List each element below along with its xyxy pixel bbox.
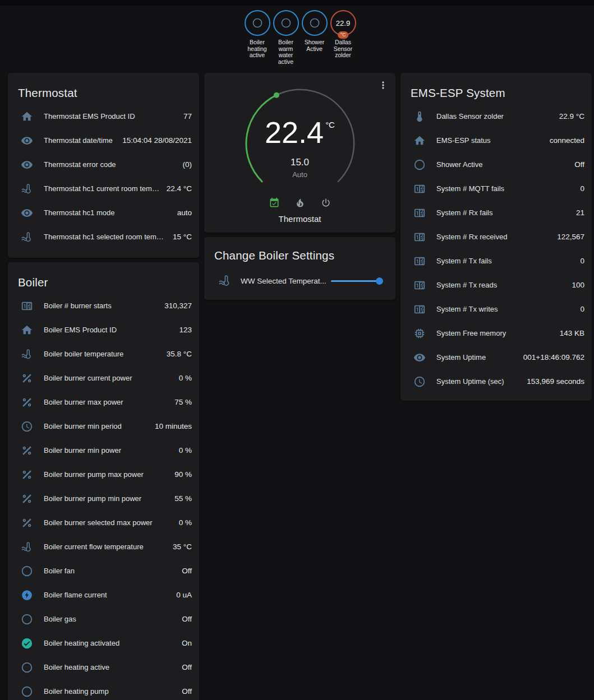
ww-temperature-slider[interactable]: [331, 277, 383, 285]
circle-icon: [20, 613, 34, 626]
entity-row[interactable]: Thermostat date/time15:04:04 28/08/2021: [8, 128, 199, 152]
badge-row: Boiler heating activeBoiler warm water a…: [243, 10, 357, 65]
circle-icon: [413, 158, 426, 171]
entity-label: Shower Active: [436, 160, 574, 169]
entity-row[interactable]: Boiler burner pump max power90 %: [8, 462, 199, 486]
entity-label: System # Rx received: [436, 233, 557, 241]
home-icon: [413, 134, 426, 147]
entity-label: System Uptime: [436, 353, 523, 361]
entity-row[interactable]: System Uptime (sec)153,969 seconds: [400, 369, 592, 393]
gauge-handle[interactable]: [273, 92, 279, 98]
entity-value: 15 °C: [173, 233, 192, 241]
entity-label: Boiler burner selected max power: [44, 518, 179, 527]
entity-row[interactable]: System # Rx received122,567: [400, 225, 592, 249]
flash-circle-icon: [20, 588, 34, 602]
entity-row[interactable]: Thermostat hc1 modeauto: [8, 201, 199, 225]
entity-row[interactable]: Boiler # burner starts310,327: [8, 294, 199, 318]
entity-row[interactable]: Boiler fanOff: [8, 559, 199, 583]
entity-label: Dallas Sensor zolder: [436, 112, 559, 120]
entity-row[interactable]: Thermostat hc1 selected room temper...15…: [8, 225, 199, 249]
entity-row[interactable]: System # Tx fails0: [400, 249, 592, 273]
entity-value: 90 %: [174, 470, 192, 479]
entity-label: System # Tx fails: [436, 257, 580, 265]
more-options-icon[interactable]: [376, 78, 390, 92]
power-off-icon[interactable]: [320, 197, 331, 208]
home-icon: [20, 323, 34, 337]
ww-temperature-row: WW Selected Temperat...: [204, 272, 395, 290]
entity-row[interactable]: System # Rx fails21: [400, 201, 592, 225]
entity-row[interactable]: System # MQTT fails0: [400, 177, 592, 201]
circle-icon: [20, 661, 34, 674]
entity-value: 35.8 °C: [167, 350, 192, 358]
entity-label: Thermostat date/time: [44, 136, 122, 145]
entity-label: Boiler burner max power: [44, 398, 174, 406]
entity-value: 21: [576, 208, 584, 217]
badge-dallas-sensor-zolder[interactable]: 22.9°CDallas Sensor zolder: [329, 10, 357, 59]
entity-value: 0: [580, 184, 584, 193]
entity-row[interactable]: Boiler burner min period10 minutes: [8, 414, 199, 438]
entity-row[interactable]: Boiler burner pump min power55 %: [8, 486, 199, 511]
dial-actions: [204, 197, 395, 208]
dashboard-page: { "colors": { "page_bg": "#121214", "top…: [0, 0, 594, 700]
entity-label: Thermostat error code: [44, 160, 183, 169]
entity-row[interactable]: Boiler heating pumpOff: [8, 679, 199, 700]
counter-icon: [413, 279, 426, 292]
entity-value: 55 %: [174, 494, 192, 503]
entity-row[interactable]: System # Tx writes0: [400, 297, 592, 321]
entity-row[interactable]: Thermostat error code(0): [8, 152, 199, 177]
target-temperature: 15.0: [204, 157, 395, 168]
entity-label: Boiler # burner starts: [44, 302, 164, 310]
circle-icon: [20, 564, 34, 578]
slider-fill: [331, 280, 383, 282]
entity-row[interactable]: Boiler burner current power0 %: [8, 366, 199, 390]
entity-row[interactable]: Boiler burner min power0 %: [8, 438, 199, 462]
thermostat-entities-card: Thermostat Thermostat EMS Product ID77Th…: [8, 73, 199, 258]
entity-value: (0): [183, 160, 192, 169]
thermometer-icon: [413, 110, 426, 123]
badge-label: Boiler warm water active: [271, 39, 300, 65]
entity-row[interactable]: Dallas Sensor zolder22.9 °C: [400, 104, 592, 128]
entity-row[interactable]: Boiler heating activeOff: [8, 655, 199, 679]
badge-shower-active[interactable]: Shower Active: [300, 10, 329, 52]
entity-row[interactable]: Boiler burner max power75 %: [8, 390, 199, 414]
schedule-mode-icon[interactable]: [269, 197, 280, 208]
entity-value: Off: [182, 663, 192, 671]
entity-value: 35 °C: [173, 543, 192, 551]
check-circle-icon: [20, 637, 34, 650]
entity-row[interactable]: Boiler burner selected max power0 %: [8, 511, 199, 535]
entity-label: System # Tx writes: [436, 305, 580, 313]
entity-row[interactable]: Boiler flame current0 uA: [8, 583, 199, 607]
entity-label: Boiler flame current: [44, 591, 176, 599]
entity-value: 77: [183, 112, 192, 120]
entity-label: Boiler burner min power: [44, 446, 179, 455]
entity-row[interactable]: EMS-ESP statusconnected: [400, 128, 592, 152]
entity-row[interactable]: System Uptime001+18:46:09.762: [400, 345, 592, 369]
entity-value: 22.9 °C: [559, 112, 584, 120]
badge-boiler-heating-active[interactable]: Boiler heating active: [243, 10, 271, 59]
badge-boiler-warm-water-active[interactable]: Boiler warm water active: [271, 10, 300, 65]
coolant-icon: [20, 230, 34, 244]
entity-row[interactable]: System Free memory143 KB: [400, 321, 592, 345]
coolant-icon: [20, 347, 34, 361]
entity-row[interactable]: Shower ActiveOff: [400, 152, 592, 177]
ems-esp-system-card: EMS-ESP System Dallas Sensor zolder22.9 …: [400, 73, 592, 401]
entity-rows: Boiler # burner starts310,327Boiler EMS …: [8, 294, 199, 700]
eye-icon: [413, 351, 426, 364]
percent-icon: [20, 444, 34, 457]
entity-row[interactable]: Thermostat EMS Product ID77: [8, 104, 199, 128]
entity-row[interactable]: Boiler current flow temperature35 °C: [8, 535, 199, 559]
entity-row[interactable]: Boiler EMS Product ID123: [8, 318, 199, 342]
heat-mode-icon[interactable]: [294, 197, 306, 208]
slider-knob[interactable]: [376, 277, 383, 285]
memory-icon: [413, 327, 426, 340]
entity-value: 0: [580, 257, 584, 265]
entity-value: 0 %: [179, 374, 192, 382]
entity-row[interactable]: Thermostat hc1 current room temper...22.…: [8, 177, 199, 201]
entity-row[interactable]: Boiler gasOff: [8, 607, 199, 631]
entity-row[interactable]: Boiler heating activatedOn: [8, 631, 199, 655]
entity-row[interactable]: Boiler boiler temperature35.8 °C: [8, 342, 199, 366]
percent-icon: [20, 372, 34, 385]
entity-label: Boiler boiler temperature: [44, 350, 167, 358]
entity-label: Thermostat hc1 selected room temper...: [44, 233, 173, 241]
entity-row[interactable]: System # Tx reads100: [400, 273, 592, 297]
